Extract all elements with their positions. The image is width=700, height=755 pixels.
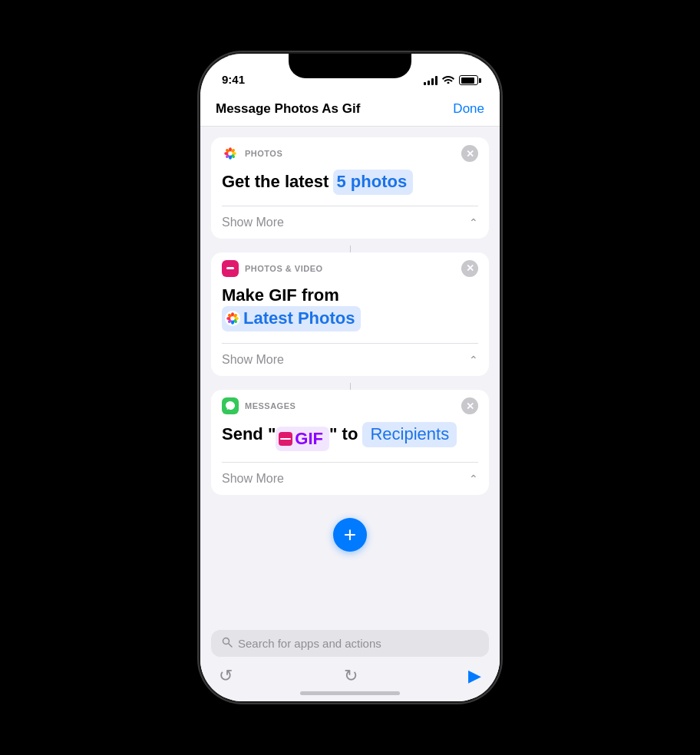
card-category-photos-video: PHOTOS & VIDEO [245, 264, 461, 273]
show-more-messages-chevron: ⌃ [469, 473, 478, 485]
svg-point-20 [223, 638, 229, 645]
wifi-icon [442, 74, 454, 86]
card-header-messages: MESSAGES ✕ [211, 390, 489, 420]
main-content: Message Photos As Gif Done [200, 92, 500, 701]
card-category-messages: MESSAGES [245, 401, 461, 410]
photos-video-action-text: Make GIF from [222, 285, 361, 331]
show-more-photos-video-chevron: ⌃ [469, 354, 478, 366]
photos-action-card: PHOTOS ✕ Get the latest 5 photos Show Mo… [211, 137, 489, 239]
signal-icon [424, 76, 438, 85]
gif-token[interactable]: GIF [276, 427, 329, 452]
photos-count-token[interactable]: 5 photos [333, 170, 413, 195]
play-button[interactable]: ▶ [468, 666, 481, 686]
photos-action-text: Get the latest 5 photos [222, 172, 413, 191]
latest-photos-token[interactable]: Latest Photos [222, 306, 361, 331]
show-more-photos-chevron: ⌃ [469, 216, 478, 229]
status-icons [424, 74, 478, 86]
photos-app-icon [222, 145, 239, 162]
close-messages-card-button[interactable]: ✕ [461, 397, 478, 414]
toolbar: ↺ ↻ ▶ [211, 666, 489, 686]
done-button[interactable]: Done [453, 101, 484, 117]
card-header-photos-video: PHOTOS & VIDEO ✕ [211, 252, 489, 283]
show-more-messages-label: Show More [222, 472, 284, 486]
undo-button[interactable]: ↺ [219, 666, 233, 686]
card-category-photos: PHOTOS [245, 149, 461, 158]
show-more-messages-button[interactable]: Show More ⌃ [211, 463, 489, 495]
add-button-container: + [211, 503, 489, 564]
battery-icon [459, 75, 478, 85]
show-more-photos-label: Show More [222, 216, 284, 229]
messages-action-text: Send " GIF " to Recipients [222, 424, 457, 443]
messages-app-icon [222, 397, 239, 414]
add-action-button[interactable]: + [333, 518, 367, 552]
card-body-messages: Send " GIF " to Recipients [211, 420, 489, 462]
gif-token-icon [279, 432, 292, 446]
search-bar[interactable]: Search for apps and actions [211, 630, 489, 657]
search-icon [222, 637, 233, 650]
phone-frame: 9:41 Message Photos As Gi [200, 54, 500, 701]
svg-line-21 [229, 644, 232, 647]
svg-point-19 [230, 317, 234, 321]
photos-video-action-card: PHOTOS & VIDEO ✕ Make GIF from [211, 252, 489, 376]
nav-title: Message Photos As Gif [216, 101, 360, 117]
search-input[interactable]: Search for apps and actions [238, 637, 381, 650]
close-photos-video-card-button[interactable]: ✕ [461, 260, 478, 277]
show-more-photos-button[interactable]: Show More ⌃ [211, 206, 489, 239]
close-photos-card-button[interactable]: ✕ [461, 145, 478, 162]
photos-video-app-icon [222, 260, 239, 277]
status-time: 9:41 [222, 73, 245, 86]
card-body-photos-video: Make GIF from [211, 283, 489, 343]
card-header-photos: PHOTOS ✕ [211, 137, 489, 168]
show-more-photos-video-label: Show More [222, 353, 284, 367]
latest-photos-token-icon [225, 311, 240, 326]
scroll-area[interactable]: PHOTOS ✕ Get the latest 5 photos Show Mo… [200, 127, 500, 651]
svg-point-9 [228, 151, 232, 155]
card-body-photos: Get the latest 5 photos [211, 168, 489, 206]
nav-bar: Message Photos As Gif Done [200, 92, 500, 127]
messages-action-card: MESSAGES ✕ Send " GIF " to Recipients [211, 390, 489, 495]
redo-button[interactable]: ↻ [344, 666, 358, 686]
home-indicator [300, 691, 400, 695]
show-more-photos-video-button[interactable]: Show More ⌃ [211, 344, 489, 376]
recipients-token[interactable]: Recipients [362, 422, 457, 447]
notch [289, 54, 411, 78]
bottom-area: Search for apps and actions ↺ ↻ ▶ [200, 622, 500, 701]
